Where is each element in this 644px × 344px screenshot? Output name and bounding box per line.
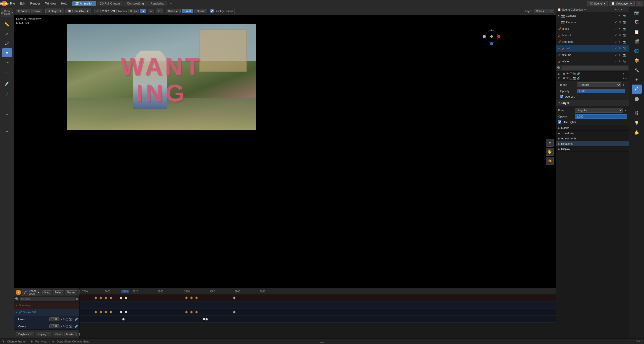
summary-collapse-arrow[interactable]: ▼ xyxy=(16,304,18,307)
ti-link[interactable]: 🔗 xyxy=(75,318,78,321)
kf-colors-1[interactable] xyxy=(122,318,125,320)
lc-lb-check[interactable]: ✓ xyxy=(614,40,618,44)
layer-item-camera1[interactable]: ▶ 📷 Camera ✓ 👁 📷 xyxy=(556,12,629,19)
layer-blend-expand[interactable]: ▼ xyxy=(624,109,627,112)
kf-summary-9[interactable] xyxy=(195,296,198,299)
ti-lock[interactable]: ✓ xyxy=(72,318,74,321)
kf-lines-7[interactable] xyxy=(185,311,188,313)
prop-render-icon[interactable]: 📷 xyxy=(632,8,642,17)
ti-eye2[interactable]: ◯ xyxy=(66,318,68,321)
timeline-ruler[interactable]: 3780 3800 3813 3820 3840 3860 3880 3900 … xyxy=(80,288,556,294)
kf-summary-1[interactable] xyxy=(94,296,97,299)
tool-eyedropper[interactable]: 💉 xyxy=(2,79,12,88)
relations-section[interactable]: ▶ Relations xyxy=(556,141,629,146)
tool-smooth[interactable]: 〜 xyxy=(2,58,12,67)
point-button[interactable]: Point xyxy=(182,9,193,13)
lc-b2-eye[interactable]: 👁 xyxy=(618,34,622,37)
radius-type-circle[interactable]: ○ xyxy=(148,9,154,13)
props-search-input[interactable] xyxy=(562,66,628,70)
layer-item-lightblue[interactable]: 🖊 light blue ✓ 👁 📷 xyxy=(556,39,629,45)
outliner-minus-icon[interactable]: − xyxy=(618,8,619,11)
opacity-input[interactable]: 1.000 xyxy=(577,89,625,93)
playback-view-btn[interactable]: View xyxy=(53,332,62,336)
lc-red-eye[interactable]: 👁 xyxy=(618,47,622,50)
track-row-stroke[interactable] xyxy=(80,301,556,309)
ti-dot[interactable]: ● xyxy=(60,318,62,321)
ti-render[interactable]: 📷 xyxy=(69,318,72,321)
kf-lines-9[interactable] xyxy=(195,311,198,313)
li-minus[interactable]: − xyxy=(625,72,627,75)
prop-view-layer-icon[interactable]: 📋 xyxy=(632,27,642,36)
workspace-rendering[interactable]: Rendering xyxy=(147,1,167,6)
layer-item-red[interactable]: ✏ 🖊 red ✓ 👁 📷 xyxy=(556,45,629,52)
layer-use-lights-checkbox[interactable] xyxy=(558,120,561,124)
blender-logo[interactable]: Blender xyxy=(2,1,7,6)
timeline-search-input[interactable] xyxy=(20,297,75,301)
prop-constraints-icon[interactable]: ⛓ xyxy=(632,109,642,118)
ti-link2[interactable]: 🔗 xyxy=(75,325,78,328)
kf-lines-8[interactable] xyxy=(190,311,193,313)
lc-b2-render[interactable]: 📷 xyxy=(622,34,627,37)
tool-mode-selector[interactable]: ⊕ Draw Mode ▼ xyxy=(1,8,13,17)
ti-lock2[interactable]: ✓ xyxy=(72,325,74,328)
layer-selector[interactable]: Colors ▼ xyxy=(534,9,554,13)
lc-wh-render[interactable]: 📷 xyxy=(622,60,627,63)
prop-output-icon[interactable]: 🖼 xyxy=(632,18,642,27)
adjustments-section[interactable]: ▶ Adjustments xyxy=(556,136,629,141)
window-close-button[interactable]: ✕ xyxy=(636,1,642,6)
lc-wh-eye[interactable]: 👁 xyxy=(618,60,622,63)
blend-expand[interactable]: ▼ xyxy=(622,84,625,86)
kf-lines-1[interactable] xyxy=(94,311,97,313)
c-ico2[interactable]: ◯ xyxy=(569,77,572,80)
ti-render2[interactable]: 📷 xyxy=(69,325,72,328)
ti-eye4[interactable]: ◯ xyxy=(66,325,68,328)
kf-summary-4[interactable] xyxy=(109,296,112,299)
kf-summary-5[interactable] xyxy=(119,296,122,299)
timeline-view-btn[interactable]: View xyxy=(42,290,52,294)
viewport-camera-icon[interactable]: 🎭 xyxy=(546,157,554,165)
transform-section[interactable]: ▶ Transform xyxy=(556,131,629,136)
track-row-colors[interactable] xyxy=(80,316,556,323)
stroke-collapse-arrow[interactable]: ▼ xyxy=(16,311,18,314)
workspace-2d-full-canvas[interactable]: 2D Full Canvas xyxy=(97,1,123,6)
track-row-lines[interactable] xyxy=(80,309,556,316)
grease-pencil-mode[interactable]: 🖊 Grease Pencil ▼ xyxy=(22,289,41,296)
lc-black-eye[interactable]: 👁 xyxy=(618,27,622,30)
outliner-add-icon[interactable]: + xyxy=(615,8,617,11)
layer-item-camera2[interactable]: 📷 Camera ✓ 👁 📷 xyxy=(556,19,629,25)
viewport[interactable]: Camera Perspective (3813) red xyxy=(14,15,556,288)
lc-black-render[interactable]: 📷 xyxy=(622,27,627,30)
kf-summary-6[interactable] xyxy=(124,296,127,299)
layer-section-header[interactable]: ▼ Layer ⋯ xyxy=(556,100,629,106)
add-workspace-button[interactable]: + xyxy=(168,1,174,6)
menu-file[interactable]: File xyxy=(8,1,17,6)
kf-lines-3[interactable] xyxy=(104,311,107,313)
tool-transform[interactable]: ✛ xyxy=(2,67,12,77)
tool-curve2[interactable]: ⌒ xyxy=(2,129,12,138)
c-ico4[interactable]: 🔗 xyxy=(577,77,581,80)
viewport-view-selector[interactable]: 🔲Front (X-Z)▼ xyxy=(66,9,91,13)
gizmo[interactable]: Z xyxy=(483,28,500,45)
lc-check2[interactable]: ✓ xyxy=(614,21,618,24)
lc-tm-eye[interactable]: 👁 xyxy=(618,53,622,56)
kf-summary-7[interactable] xyxy=(185,296,188,299)
tool-add2[interactable]: + xyxy=(2,119,12,128)
tool-curve[interactable]: ⌒ xyxy=(2,100,12,109)
timeline-select-btn[interactable]: Select xyxy=(53,290,64,294)
playback-menu[interactable]: Playback▼ xyxy=(16,332,34,336)
eraser-type-button[interactable]: 🖊 Eraser Soft xyxy=(94,9,117,13)
li-ico2[interactable]: ◯ xyxy=(569,72,572,75)
kf-summary-3[interactable] xyxy=(104,296,107,299)
li-expand[interactable]: + xyxy=(623,72,624,75)
kf-lines-4[interactable] xyxy=(109,311,112,313)
prop-material-icon[interactable]: ⬤ xyxy=(632,94,642,103)
layer-section-more[interactable]: ⋯ xyxy=(624,101,627,105)
viewport-zoom-in[interactable]: + xyxy=(546,139,554,147)
keying-menu[interactable]: Keying▼ xyxy=(36,332,51,336)
lc-tm-render[interactable]: 📷 xyxy=(622,53,627,57)
use-lights-checkbox[interactable] xyxy=(560,95,563,98)
layer-blend-select[interactable]: Regular xyxy=(575,108,623,113)
radius-type-square[interactable]: ◻ xyxy=(156,9,163,13)
layer-item-black2[interactable]: 🖊 black 2 ✓ 👁 📷 xyxy=(556,32,629,39)
kf-lines-2[interactable] xyxy=(99,311,102,313)
